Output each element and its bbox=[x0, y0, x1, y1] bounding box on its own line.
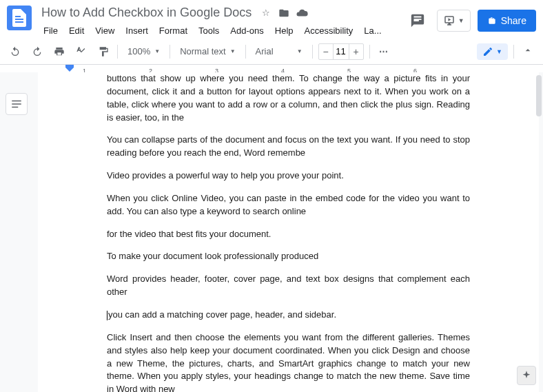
toolbar-separator bbox=[513, 45, 514, 59]
toolbar-separator bbox=[117, 45, 118, 59]
paragraph[interactable]: Click Insert and then choose the element… bbox=[107, 331, 470, 392]
docs-logo-icon[interactable] bbox=[7, 6, 32, 30]
toolbar-separator bbox=[312, 45, 313, 59]
font-select[interactable]: Arial▼ bbox=[252, 45, 307, 58]
menu-accessibility[interactable]: Accessibility bbox=[300, 23, 358, 39]
move-icon[interactable] bbox=[278, 7, 290, 19]
paragraph[interactable]: you can add a matching cover page, heade… bbox=[107, 309, 470, 322]
font-size-decrease[interactable]: − bbox=[319, 44, 333, 59]
toolbar-separator bbox=[245, 45, 246, 59]
present-button[interactable]: ▼ bbox=[437, 10, 471, 32]
paragraph[interactable]: When you click Online Video, you can pas… bbox=[107, 192, 470, 218]
collapse-toolbar-icon[interactable] bbox=[520, 42, 536, 61]
spellcheck-icon[interactable] bbox=[73, 43, 90, 60]
menu-addons[interactable]: Add-ons bbox=[225, 23, 268, 39]
app-header: How to Add Checkbox in Google Docs ☆ Fil… bbox=[0, 0, 543, 39]
redo-icon[interactable] bbox=[29, 43, 45, 60]
menu-bar: File Edit View Insert Format Tools Add-o… bbox=[39, 23, 398, 39]
font-size-control: − + bbox=[318, 43, 364, 60]
svg-rect-0 bbox=[491, 20, 493, 21]
paragraph[interactable]: for the video that best fits your docume… bbox=[107, 228, 470, 241]
menu-view[interactable]: View bbox=[90, 23, 119, 39]
paragraph[interactable]: To make your document look professionall… bbox=[107, 250, 470, 263]
menu-overflow[interactable]: La... bbox=[359, 23, 386, 39]
paragraph[interactable]: You can collapse parts of the document a… bbox=[107, 134, 470, 160]
share-label: Share bbox=[501, 15, 526, 26]
menu-edit[interactable]: Edit bbox=[64, 23, 89, 39]
toolbar-more-icon[interactable]: ⋯ bbox=[376, 43, 392, 60]
toolbar: 100%▼ Normal text▼ Arial▼ − + ⋯ ▼ bbox=[0, 39, 543, 65]
undo-icon[interactable] bbox=[7, 43, 23, 60]
menu-tools[interactable]: Tools bbox=[194, 23, 224, 39]
explore-icon[interactable] bbox=[517, 366, 536, 385]
style-select[interactable]: Normal text▼ bbox=[176, 45, 239, 58]
scrollbar-thumb[interactable] bbox=[536, 75, 542, 116]
document-title[interactable]: How to Add Checkbox in Google Docs bbox=[39, 4, 254, 21]
menu-file[interactable]: File bbox=[39, 23, 63, 39]
workspace: buttons that show up where you need them… bbox=[0, 72, 543, 392]
font-size-input[interactable] bbox=[333, 44, 349, 59]
paragraph[interactable]: buttons that show up where you need them… bbox=[107, 72, 470, 124]
menu-insert[interactable]: Insert bbox=[121, 23, 153, 39]
font-size-increase[interactable]: + bbox=[349, 44, 363, 59]
paragraph[interactable]: Video provides a powerful way to help yo… bbox=[107, 169, 470, 183]
paint-format-icon[interactable] bbox=[95, 43, 112, 60]
page-scroll-area[interactable]: buttons that show up where you need them… bbox=[0, 72, 543, 392]
menu-help[interactable]: Help bbox=[270, 23, 298, 39]
document-outline-icon[interactable] bbox=[6, 93, 28, 115]
menu-format[interactable]: Format bbox=[154, 23, 192, 39]
comments-history-icon[interactable] bbox=[405, 8, 430, 33]
star-icon[interactable]: ☆ bbox=[260, 7, 272, 19]
zoom-select[interactable]: 100%▼ bbox=[123, 45, 164, 58]
share-button[interactable]: Share bbox=[478, 10, 536, 32]
cloud-status-icon[interactable] bbox=[296, 7, 308, 19]
print-icon[interactable] bbox=[51, 43, 68, 60]
editing-mode-button[interactable]: ▼ bbox=[477, 43, 508, 60]
toolbar-separator bbox=[170, 45, 170, 59]
paragraph[interactable]: Word provides header, footer, cover page… bbox=[107, 273, 470, 299]
document-page[interactable]: buttons that show up where you need them… bbox=[38, 72, 539, 392]
toolbar-separator bbox=[369, 45, 370, 59]
